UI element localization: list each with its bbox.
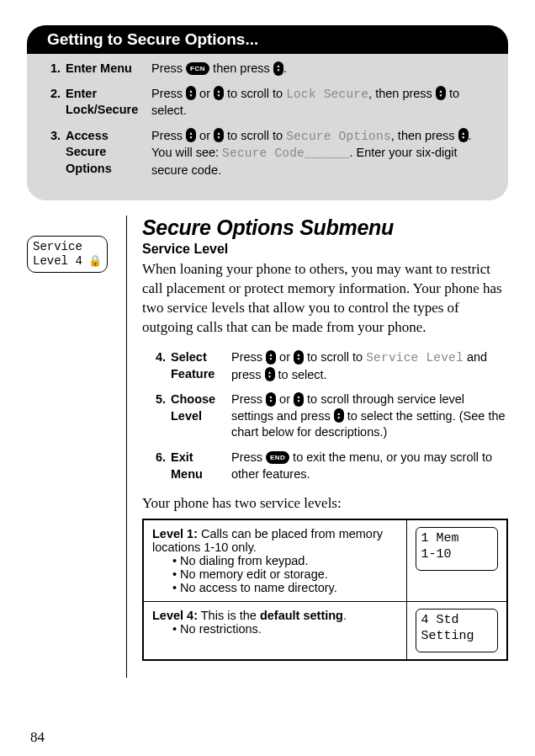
- getting-to-panel: Getting to Secure Options... 1.Enter Men…: [27, 25, 508, 200]
- levels-table: Level 1: Calls can be placed from memory…: [142, 519, 508, 661]
- step-label: Choose Level: [171, 391, 231, 441]
- step-number: 4.: [152, 349, 171, 383]
- level-lcd-screen: 1 Mem1-10: [416, 527, 499, 571]
- end-key-icon: END: [266, 451, 289, 464]
- table-row: Level 4: This is the default setting.• N…: [143, 602, 507, 661]
- step-row: 6.Exit MenuPress END to exit the menu, o…: [152, 450, 508, 482]
- step-desc: Press or to scroll to Lock Secure, then …: [151, 86, 491, 120]
- level-desc-cell: Level 4: This is the default setting.• N…: [143, 602, 406, 661]
- level-bullet: • No access to name directory.: [172, 581, 398, 594]
- level-bullet: • No restrictions.: [172, 622, 398, 636]
- page-number: 84: [30, 729, 45, 746]
- step-desc: Press or to scroll to Service Level and …: [231, 349, 508, 383]
- two-col: Service Level 4 🔒 Secure Options Submenu…: [27, 216, 508, 678]
- scroll-key-icon: [436, 86, 446, 100]
- level-bullet: • No dialing from keypad.: [172, 554, 398, 567]
- scroll-key-icon: [266, 392, 276, 407]
- levels-intro: Your phone has two service levels:: [142, 494, 508, 514]
- side-lcd-line2: Level 4: [33, 254, 82, 268]
- lcd-text: Secure Options: [286, 130, 391, 143]
- scroll-key-icon: [266, 350, 276, 365]
- step-number: 5.: [152, 391, 171, 441]
- step-label: Enter Lock/Secure: [66, 86, 151, 120]
- table-row: Level 1: Calls can be placed from memory…: [143, 519, 507, 602]
- step-desc: Press END to exit the menu, or you may s…: [231, 450, 508, 482]
- scroll-key-icon: [273, 61, 283, 76]
- step-row: 3.Access Secure OptionsPress or to scrol…: [47, 128, 491, 179]
- step-number: 2.: [47, 86, 66, 120]
- step-row: 5.Choose LevelPress or to scroll through…: [152, 391, 508, 441]
- step-number: 1.: [47, 61, 66, 77]
- step-desc: Press FCN then press .: [151, 61, 491, 77]
- step-desc: Press or to scroll through service level…: [231, 391, 508, 441]
- scroll-key-icon: [294, 392, 304, 407]
- main-column: Secure Options Submenu Service Level Whe…: [126, 216, 508, 678]
- lock-icon: 🔒: [88, 255, 102, 269]
- step-label: Select Feature: [171, 349, 231, 383]
- level-screen-cell: 1 Mem1-10: [406, 519, 507, 602]
- step-desc: Press or to scroll to Secure Options, th…: [151, 128, 491, 179]
- step-row: 4.Select FeaturePress or to scroll to Se…: [152, 349, 508, 383]
- level-lcd-screen: 4 StdSetting: [416, 609, 499, 652]
- scroll-key-icon: [294, 350, 304, 365]
- level-screen-cell: 4 StdSetting: [406, 602, 507, 661]
- step-number: 3.: [47, 128, 66, 179]
- side-lcd-box: Service Level 4 🔒: [27, 236, 108, 273]
- submenu-title: Secure Options Submenu: [142, 216, 508, 240]
- lcd-text: Secure Code______: [222, 146, 349, 160]
- level-desc-cell: Level 1: Calls can be placed from memory…: [143, 519, 406, 602]
- lcd-text: Service Level: [366, 351, 463, 365]
- step-label: Access Secure Options: [66, 128, 151, 179]
- step-row: 2.Enter Lock/SecurePress or to scroll to…: [47, 86, 491, 120]
- intro-paragraph: When loaning your phone to others, you m…: [142, 260, 508, 338]
- side-lcd-line1: Service: [33, 240, 102, 254]
- step-number: 6.: [152, 450, 171, 482]
- step-row: 1.Enter MenuPress FCN then press .: [47, 61, 491, 77]
- scroll-key-icon: [458, 128, 469, 142]
- scroll-key-icon: [265, 367, 275, 381]
- level-bullet: • No memory edit or storage.: [172, 567, 398, 581]
- scroll-key-icon: [334, 408, 344, 423]
- scroll-key-icon: [214, 86, 224, 100]
- fcn-key-icon: FCN: [186, 62, 209, 75]
- lcd-text: Lock Secure: [286, 88, 368, 101]
- scroll-key-icon: [186, 86, 196, 100]
- side-column: Service Level 4 🔒: [27, 216, 126, 273]
- step-label: Exit Menu: [171, 450, 231, 482]
- scroll-key-icon: [214, 128, 224, 142]
- submenu-steps: 4.Select FeaturePress or to scroll to Se…: [142, 349, 508, 482]
- panel-header: Getting to Secure Options...: [27, 25, 508, 54]
- section-heading: Service Level: [142, 242, 508, 257]
- step-label: Enter Menu: [66, 61, 151, 77]
- scroll-key-icon: [186, 128, 196, 142]
- panel-steps: 1.Enter MenuPress FCN then press .2.Ente…: [27, 54, 508, 190]
